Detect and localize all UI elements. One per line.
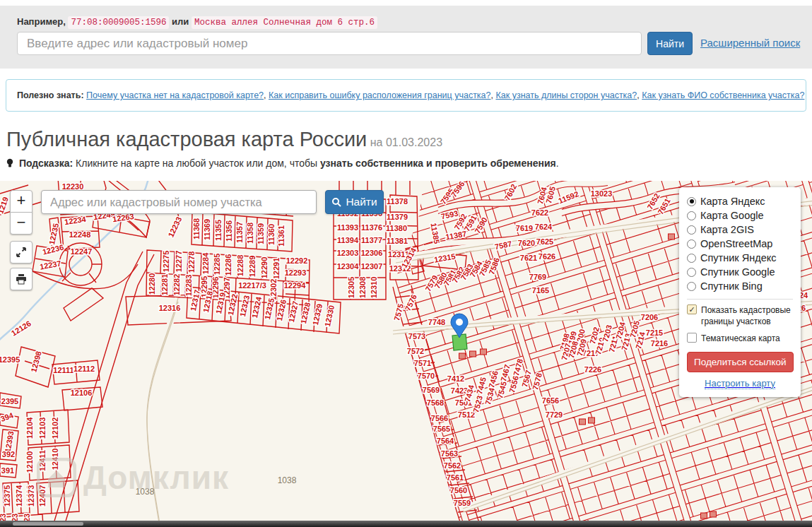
parcel-label: 12294 xyxy=(284,281,306,290)
example-address: Москва аллея Солнечная дом 6 стр.6 xyxy=(192,16,377,29)
fullscreen-button[interactable] xyxy=(10,241,33,264)
parcel-label: 11378 xyxy=(387,197,408,206)
radio-unselected[interactable] xyxy=(687,268,696,277)
watermark-domclick: Домклик xyxy=(37,458,229,497)
layer-option-3[interactable]: Карта 2GIS xyxy=(687,223,793,237)
parcel-label: 12302 xyxy=(269,279,278,301)
parcel-label: 12291 xyxy=(272,258,281,280)
info-link-3[interactable]: Как узнать длины сторон участка? xyxy=(495,90,637,100)
parcel-label: 11393 xyxy=(337,223,358,232)
layer-label: Карта Google xyxy=(700,210,764,221)
cadastral-map[interactable]: 1223012234122491226312248122351223612247… xyxy=(0,181,812,527)
radio-unselected[interactable] xyxy=(687,239,696,249)
map-search-button[interactable]: Найти xyxy=(325,190,384,214)
parcel-label: 12305 xyxy=(347,277,355,299)
layer-label: OpenStreetMap xyxy=(700,238,772,249)
field-label: 1038 xyxy=(278,475,297,485)
parcel-label: 11369 xyxy=(203,219,211,240)
share-link-button[interactable]: Поделиться ссылкой xyxy=(687,352,794,372)
info-link-1[interactable]: Почему участка нет на кадастровой карте? xyxy=(86,90,264,100)
parcel-label: 12278 xyxy=(187,251,196,273)
layer-option-2[interactable]: Карта Google xyxy=(687,208,793,223)
parcel-label: 7568 xyxy=(427,398,444,407)
map-search-input[interactable] xyxy=(41,190,317,214)
parcel-label: 12285 xyxy=(213,254,221,276)
search-button[interactable]: Найти xyxy=(647,32,693,55)
radio-unselected[interactable] xyxy=(687,211,696,220)
info-link-4[interactable]: Как узнать ФИО собственника участка? xyxy=(642,90,804,100)
parcel-label: 391 xyxy=(1,466,14,475)
parcel-label: 12106 xyxy=(71,389,93,397)
building-marker xyxy=(579,419,586,425)
map-date: на 01.03.2023 xyxy=(370,136,442,148)
layer-option-5[interactable]: Спутник Яндекс xyxy=(687,251,793,265)
parcel-label: 12292 xyxy=(286,256,308,265)
checkbox-checked[interactable]: ✓ xyxy=(687,304,697,314)
parcel-label: 7564 xyxy=(437,437,454,445)
map-checkbox-2[interactable]: Тематическая карта xyxy=(687,333,793,344)
parcel-label: 12375 xyxy=(3,485,11,507)
configure-map-link[interactable]: Настроить карту xyxy=(687,378,793,389)
parcel-label: 7563 xyxy=(441,449,458,458)
search-example: Например, 77:08:0009005:1596 или Москва … xyxy=(17,16,377,28)
zoom-in-button[interactable]: + xyxy=(10,190,33,213)
parcel-label: 11380 xyxy=(386,224,407,232)
parcel-label: 12275 xyxy=(162,251,170,273)
parcel-label: 11361 xyxy=(277,225,286,247)
parcel-label: 11357 xyxy=(235,222,244,243)
print-icon xyxy=(16,273,27,285)
page-title: Публичная кадастровая карта России xyxy=(6,128,367,150)
parcel-label: 12247 xyxy=(71,247,93,256)
parcel-label: 12373 xyxy=(27,485,35,507)
parcel-label: 7571 xyxy=(414,359,431,367)
parcel-label: 12248 xyxy=(69,230,91,239)
parcel-label: 7624 xyxy=(535,223,553,231)
parcel-label: 7769 xyxy=(529,273,546,281)
parcel-label: 12293 xyxy=(285,268,307,277)
parcel-label: 12307 xyxy=(361,262,383,271)
zoom-out-button[interactable]: − xyxy=(10,212,33,235)
radio-selected[interactable] xyxy=(687,197,696,206)
parcel-label: 11379 xyxy=(387,213,408,221)
layer-label: Спутник Яндекс xyxy=(700,252,776,264)
parcel-label: 2395 xyxy=(1,397,18,405)
parcel-label: 12102 xyxy=(51,418,59,439)
building-marker xyxy=(470,351,476,357)
layer-label: Спутник Bing xyxy=(700,280,763,292)
layer-option-6[interactable]: Спутник Google xyxy=(687,265,793,279)
parcel-label: 7562 xyxy=(444,461,461,470)
parcel-label: 7572 xyxy=(407,347,424,355)
parcel-label: 11360 xyxy=(267,224,276,245)
parcel-label: 7165 xyxy=(532,286,549,295)
parcel-label: 7216 xyxy=(651,339,668,348)
parcel-label: 12303 xyxy=(337,249,359,257)
search-input[interactable] xyxy=(17,32,642,55)
parcel-label: 7729 xyxy=(546,410,563,419)
map-layers-panel: Карта ЯндексКарта GoogleКарта 2GISOpenSt… xyxy=(679,187,801,397)
parcel-label: 11394 xyxy=(337,236,359,244)
info-link-2[interactable]: Как исправить ошибку расположения границ… xyxy=(269,90,490,100)
print-button[interactable] xyxy=(10,268,33,290)
parcel-label: 12290 xyxy=(260,257,269,279)
radio-unselected[interactable] xyxy=(687,225,696,235)
parcel-label: 12395 xyxy=(0,355,20,364)
radio-unselected[interactable] xyxy=(687,254,696,263)
parcel-label: 12374 xyxy=(15,485,23,507)
parcel-label: 7559 xyxy=(454,499,471,507)
map-checkbox-1[interactable]: ✓Показать кадастровые границы участков xyxy=(687,304,793,327)
parcel-label: 7621 xyxy=(520,254,537,262)
building-marker xyxy=(481,349,487,355)
radio-unselected[interactable] xyxy=(687,282,696,291)
layer-option-4[interactable]: OpenStreetMap xyxy=(687,237,793,251)
layer-option-1[interactable]: Карта Яндекс xyxy=(687,194,793,208)
parcel-label: 11377 xyxy=(361,236,382,244)
building-marker xyxy=(589,418,595,423)
parcel-label: 7619 xyxy=(516,224,533,232)
advanced-search-link[interactable]: Расширенный поиск xyxy=(700,37,800,49)
checkbox-unchecked[interactable] xyxy=(687,333,697,343)
parcel-label: 12112 xyxy=(73,365,95,373)
parcel-label: 12304 xyxy=(337,262,359,271)
search-icon xyxy=(331,197,341,207)
layer-option-7[interactable]: Спутник Bing xyxy=(687,279,793,293)
useful-info-bar: Полезно знать: Почему участка нет на кад… xyxy=(6,79,806,112)
